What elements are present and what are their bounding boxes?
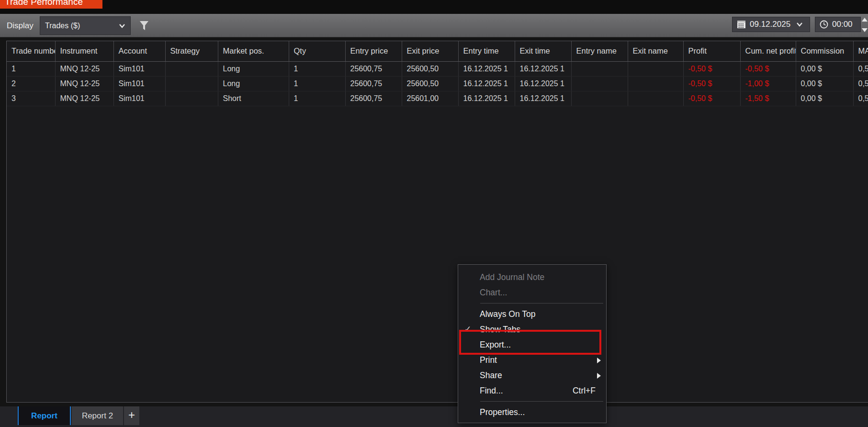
toolbar: Display Trades ($) 09.12.2025	[0, 14, 868, 37]
menu-item-share[interactable]: Share	[458, 368, 606, 383]
col-header-exit-price[interactable]: Exit price	[402, 41, 458, 61]
cell-mae: 0,5	[853, 76, 868, 91]
menu-item-shortcut: Ctrl+F	[573, 383, 596, 398]
cell-cum-net-profit: -1,00 $	[740, 76, 796, 91]
col-header-entry-time[interactable]: Entry time	[458, 41, 515, 61]
cell-commission: 0,00 $	[796, 76, 853, 91]
col-header-account[interactable]: Account	[113, 41, 165, 61]
tab-report-2[interactable]: Report 2	[72, 406, 123, 425]
col-header-commission[interactable]: Commission	[796, 41, 853, 61]
cell-entry-price: 25600,75	[345, 61, 402, 76]
menu-item-export[interactable]: Export...	[458, 337, 606, 352]
display-dropdown-value: Trades ($)	[40, 22, 119, 30]
menu-item-label: Show Tabs	[480, 325, 520, 334]
calendar-icon	[737, 20, 746, 29]
window-title-tab[interactable]: Trade Performance	[0, 0, 102, 9]
submenu-arrow-icon	[597, 373, 601, 379]
filter-button[interactable]	[138, 20, 150, 32]
table-row[interactable]: 1 MNQ 12-25 Sim101 Long 1 25600,75 25600…	[7, 61, 868, 76]
cell-commission: 0,00 $	[796, 91, 853, 106]
col-header-entry-name[interactable]: Entry name	[571, 41, 628, 61]
col-header-trade-number[interactable]: Trade number	[7, 41, 55, 61]
window-titlebar: Trade Performance	[0, 0, 868, 14]
add-tab-button[interactable]: +	[124, 406, 139, 425]
cell-exit-time: 16.12.2025 1	[515, 76, 571, 91]
date-picker[interactable]: 09.12.2025	[732, 17, 810, 32]
cell-cum-net-profit: -1,50 $	[740, 91, 796, 106]
cell-exit-name	[628, 61, 683, 76]
table-row[interactable]: 3 MNQ 12-25 Sim101 Short 1 25600,75 2560…	[7, 91, 868, 106]
col-header-strategy[interactable]: Strategy	[165, 41, 218, 61]
col-header-instrument[interactable]: Instrument	[55, 41, 113, 61]
menu-separator	[480, 401, 603, 402]
cell-trade-number: 1	[7, 61, 55, 76]
cell-exit-price: 25601,00	[402, 91, 458, 106]
display-label: Display	[7, 14, 34, 37]
cell-market-pos: Short	[218, 91, 289, 106]
trades-grid: Trade number Instrument Account Strategy…	[6, 41, 868, 403]
cell-exit-name	[628, 91, 683, 106]
spinner-down-icon	[862, 28, 868, 32]
cell-entry-name	[571, 91, 628, 106]
cell-entry-time: 16.12.2025 1	[458, 61, 515, 76]
menu-separator	[480, 303, 603, 303]
cell-profit: -0,50 $	[683, 61, 740, 76]
cell-profit: -0,50 $	[683, 91, 740, 106]
funnel-icon	[138, 20, 150, 32]
cell-entry-time: 16.12.2025 1	[458, 91, 515, 106]
cell-market-pos: Long	[218, 76, 289, 91]
cell-exit-time: 16.12.2025 1	[515, 61, 571, 76]
cell-strategy	[165, 76, 218, 91]
bottom-tab-bar: Report Report 2 +	[0, 406, 868, 427]
cell-entry-name	[571, 76, 628, 91]
cell-account: Sim101	[113, 61, 165, 76]
col-header-qty[interactable]: Qty	[289, 41, 345, 61]
cell-qty: 1	[289, 76, 345, 91]
menu-item-always-on-top[interactable]: Always On Top	[458, 306, 606, 322]
menu-item-label: Print	[480, 355, 497, 365]
cell-market-pos: Long	[218, 61, 289, 76]
grid-header-row: Trade number Instrument Account Strategy…	[7, 41, 868, 61]
cell-exit-price: 25600,50	[402, 61, 458, 76]
cell-account: Sim101	[113, 91, 165, 106]
checkmark-icon: ✓	[464, 322, 471, 337]
submenu-arrow-icon	[597, 358, 601, 363]
col-header-entry-price[interactable]: Entry price	[345, 41, 402, 61]
menu-item-add-journal-note: Add Journal Note	[458, 270, 606, 285]
chevron-down-icon	[796, 21, 803, 28]
cell-cum-net-profit: -0,50 $	[740, 61, 796, 76]
display-dropdown[interactable]: Trades ($)	[40, 16, 131, 35]
clock-icon	[820, 20, 828, 29]
menu-item-label: Find...	[480, 386, 503, 395]
col-header-market-pos[interactable]: Market pos.	[218, 41, 289, 61]
cell-exit-price: 25600,50	[402, 76, 458, 91]
menu-item-chart: Chart...	[458, 285, 606, 300]
cell-qty: 1	[289, 61, 345, 76]
time-spinner[interactable]	[861, 18, 868, 32]
cell-exit-time: 16.12.2025 1	[515, 91, 571, 106]
table-row[interactable]: 2 MNQ 12-25 Sim101 Long 1 25600,75 25600…	[7, 76, 868, 91]
cell-entry-time: 16.12.2025 1	[458, 76, 515, 91]
cell-commission: 0,00 $	[796, 61, 853, 76]
cell-trade-number: 2	[7, 76, 55, 91]
chevron-down-icon	[119, 22, 125, 29]
col-header-exit-name[interactable]: Exit name	[628, 41, 683, 61]
cell-exit-name	[628, 76, 683, 91]
cell-mae: 0,5	[853, 61, 868, 76]
menu-item-print[interactable]: Print	[458, 352, 606, 368]
col-header-cum-net-profit[interactable]: Cum. net profit	[740, 41, 796, 61]
col-header-mae[interactable]: MA	[853, 41, 868, 61]
menu-item-find[interactable]: Find... Ctrl+F	[458, 383, 606, 398]
cell-instrument: MNQ 12-25	[55, 61, 113, 76]
cell-strategy	[165, 91, 218, 106]
cell-entry-price: 25600,75	[345, 76, 402, 91]
col-header-exit-time[interactable]: Exit time	[515, 41, 571, 61]
tab-report[interactable]: Report	[18, 406, 71, 425]
col-header-profit[interactable]: Profit	[683, 41, 740, 61]
cell-instrument: MNQ 12-25	[55, 76, 113, 91]
cell-strategy	[165, 61, 218, 76]
menu-item-properties[interactable]: Properties...	[458, 405, 606, 420]
time-picker[interactable]: 00:00	[815, 17, 861, 32]
menu-item-show-tabs[interactable]: ✓ Show Tabs	[458, 322, 606, 337]
cell-mae: 0,5	[853, 91, 868, 106]
